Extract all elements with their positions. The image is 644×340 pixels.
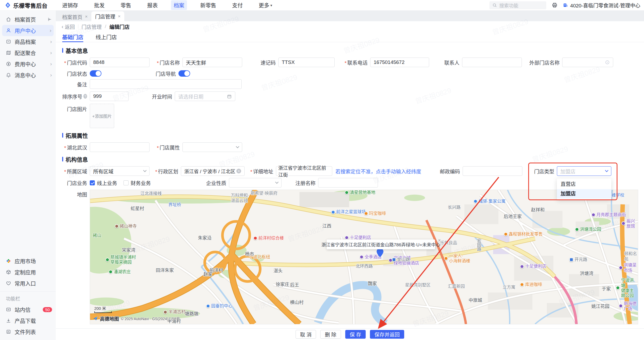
nav-item-reports[interactable]: 报表 xyxy=(144,0,160,10)
option-direct-store[interactable]: 直营店 xyxy=(557,180,611,189)
shield-poi-marker-icon xyxy=(569,258,573,262)
map-label: 宏园路 xyxy=(476,238,481,251)
nav-item-more[interactable]: 更多 ▾ xyxy=(256,0,275,10)
manual-latlng-link[interactable]: 若搜索定位不准，点击手动输入经纬度 xyxy=(335,168,421,175)
contact-label: 联系人 xyxy=(444,59,459,66)
map-label: 姚江花园 xyxy=(591,304,609,309)
blue-poi-marker-icon xyxy=(474,199,477,203)
sidebar-item-product-archive[interactable]: 商品档案 › xyxy=(0,36,56,47)
tab-store-management[interactable]: 门店管理 × xyxy=(91,11,124,21)
sidebar-item-archive-home[interactable]: 档案首页 xyxy=(0,14,56,25)
map-label: 宋家湾 xyxy=(122,247,135,253)
phone-input[interactable]: 16750145672 xyxy=(370,58,429,67)
company-type-select[interactable] xyxy=(229,178,282,188)
orange-poi-marker-icon xyxy=(364,211,368,215)
mnemonic-input[interactable]: TTSX xyxy=(278,58,335,67)
nav-item-payment[interactable]: 支付 xyxy=(229,0,245,10)
nav-item-new-retail[interactable]: 新零售 xyxy=(198,0,219,10)
store-type-select[interactable]: 加盟店 xyxy=(557,166,611,176)
map-label: 新希望·映辰府 xyxy=(250,191,277,196)
store-attr-select[interactable] xyxy=(182,142,242,152)
mnemonic-label: 速记码 xyxy=(261,59,276,66)
map-label: 江北连接线 xyxy=(140,191,162,196)
home-icon xyxy=(6,17,11,22)
district-cascader[interactable]: 浙江省 / 宁波市 / 江北区× xyxy=(181,166,245,176)
nav-item-purchase[interactable]: 进销存 xyxy=(59,0,81,10)
map-label: 赵祥和 xyxy=(531,207,545,213)
copyright-text: © 2025 AutoNavi - GS(2024)1158号 xyxy=(121,316,180,321)
chevron-right-icon: › xyxy=(50,39,52,45)
tab-archive-home[interactable]: 档案首页 × xyxy=(58,12,91,21)
chevron-down-icon xyxy=(143,169,147,172)
nav-item-archives[interactable]: 档案 xyxy=(171,0,187,10)
store-image-label: 门店图片 xyxy=(67,105,87,112)
map-label: 立方寓 xyxy=(502,285,515,290)
sidebar-item-label: 商品档案 xyxy=(15,38,36,46)
brown-poi-marker-icon xyxy=(115,224,119,228)
org-icon xyxy=(563,3,568,8)
sidebar-item-favorites[interactable]: 常用入口 xyxy=(0,278,56,289)
delete-button[interactable]: 删 除 xyxy=(320,330,341,339)
sidebar-item-user-center[interactable]: 用户中心 › xyxy=(2,25,54,36)
sidebar-item-product-download[interactable]: 产品下载 xyxy=(0,315,56,326)
collapse-sidebar-icon[interactable] xyxy=(47,17,52,22)
map-label: 鑫程钢材批发零售 xyxy=(504,232,543,237)
map-label: 园垂钓中心 xyxy=(206,303,232,308)
store-nav-toggle[interactable] xyxy=(178,70,190,77)
sidebar-item-custom-apps[interactable]: 定制应用 xyxy=(0,267,56,278)
box-icon xyxy=(6,39,11,44)
close-icon[interactable]: × xyxy=(118,14,121,19)
add-image-button[interactable]: +添加图片 xyxy=(90,104,114,128)
clear-icon[interactable]: × xyxy=(236,169,241,173)
sidebar-item-app-market[interactable]: 应用市场 xyxy=(0,255,56,267)
tenant-switcher[interactable]: 4020-喜临门零食测试-管理中心 xyxy=(563,2,640,9)
tab-online-store[interactable]: 线上门店 xyxy=(96,32,117,42)
store-attr-label: 门店属性 xyxy=(157,144,180,151)
sort-no-input[interactable]: 999 xyxy=(90,91,129,101)
edit-store-form: 基本信息 门店代码 8848 门店名称 天天生鲜 速记码 TTSX 联系电话 1… xyxy=(56,42,644,328)
sidebar-item-expense-center[interactable]: 费用中心 › xyxy=(0,58,56,69)
external-name-input[interactable] xyxy=(562,58,613,67)
blue-poi-marker-icon xyxy=(331,210,335,214)
mail-icon xyxy=(6,307,11,312)
tab-basic-store[interactable]: 基础门店 xyxy=(62,32,83,42)
sidebar-item-file-list[interactable]: 文件列表 xyxy=(0,326,56,337)
postcode-input[interactable] xyxy=(463,166,522,176)
section-accent-bar xyxy=(62,133,63,138)
option-franchise-store[interactable]: 加盟店 xyxy=(557,189,611,199)
save-button[interactable]: 保 存 xyxy=(345,330,366,339)
tooltip-close-icon[interactable]: × xyxy=(438,237,441,243)
brown-poi-marker-icon xyxy=(163,310,167,314)
store-status-toggle[interactable] xyxy=(90,70,101,77)
nav-item-wholesale[interactable]: 批发 xyxy=(91,0,107,10)
cancel-button[interactable]: 取 消 xyxy=(296,330,316,339)
sidebar-item-delivery[interactable]: 配送聚合 › xyxy=(0,47,56,58)
remark-input[interactable] xyxy=(90,79,242,89)
footer-action-bar: 取 消 删 除 保 存 保存并返回 xyxy=(56,328,644,340)
store-name-input[interactable]: 天天生鲜 xyxy=(182,58,242,67)
breadcrumb-separator: / xyxy=(105,24,106,29)
store-code-input[interactable]: 8848 xyxy=(90,58,150,67)
sidebar-item-label: 消息中心 xyxy=(15,71,36,79)
breadcrumb-parent[interactable]: 门店管理 xyxy=(82,23,102,30)
map-label-text: 地图 xyxy=(77,191,87,198)
hubei-input[interactable] xyxy=(90,142,150,152)
close-icon[interactable]: × xyxy=(85,14,88,19)
map[interactable]: 江北连接线界址桥虹星村万科坤和· 湛蓝云镜新希望·映辰府赭山禅寺赭山宋家湾朱家沿… xyxy=(90,190,638,324)
address-input[interactable]: 浙江省宁波市江北区前江街 xyxy=(276,166,332,176)
reg-name-input[interactable] xyxy=(318,178,378,188)
sidebar-item-inbox[interactable]: 站内信 50 xyxy=(0,304,56,315)
region-select[interactable]: 所有区域 xyxy=(90,166,150,176)
search-input[interactable]: 搜索功能 xyxy=(489,1,546,9)
open-date-picker[interactable]: 请选择日期 xyxy=(175,91,235,101)
finance-business-checkbox[interactable]: 财务业务 xyxy=(123,179,151,186)
store-type-field: 门店类型 加盟店 直营店 加盟店 xyxy=(533,166,611,176)
sidebar-item-message-center[interactable]: 消息中心 › xyxy=(0,69,56,81)
nav-item-retail[interactable]: 零售 xyxy=(118,0,134,10)
save-and-return-button[interactable]: 保存并返回 xyxy=(370,330,404,339)
back-button[interactable]: ‹ 返回 xyxy=(62,23,75,30)
online-business-checkbox[interactable]: 线上业务 xyxy=(90,179,117,186)
printer-icon[interactable] xyxy=(552,2,558,8)
map-label: 万科坤和· 湛蓝云镜 xyxy=(231,193,249,203)
contact-input[interactable] xyxy=(462,58,522,67)
